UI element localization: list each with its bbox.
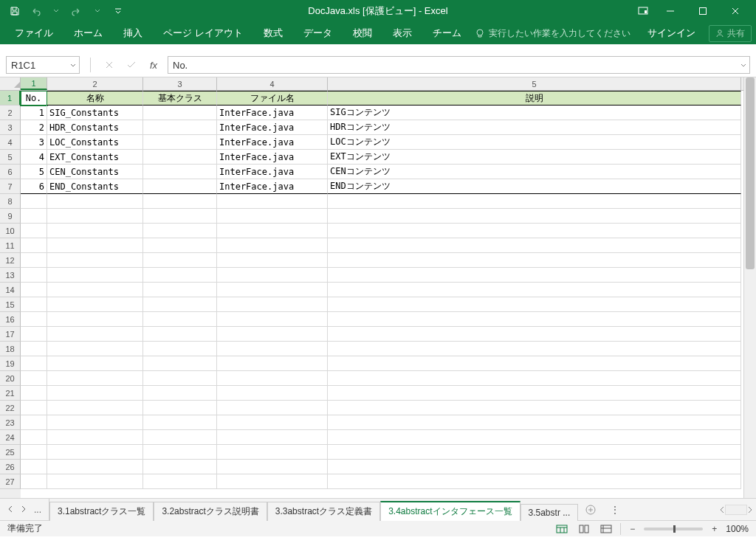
cell[interactable] [21,445,47,460]
cell[interactable] [47,371,143,386]
tell-me[interactable]: 実行したい作業を入力してください [475,27,630,40]
row-header-9[interactable]: 9 [0,209,21,224]
cell[interactable] [143,401,217,415]
cell[interactable]: CEN_Constants [47,165,143,179]
cell[interactable] [217,297,328,312]
cell[interactable] [143,268,217,283]
sheet-more-prev[interactable]: ... [31,505,44,515]
cell[interactable] [143,371,217,386]
cell[interactable] [47,238,143,253]
cell[interactable] [143,209,217,224]
cell[interactable] [328,474,741,489]
sheet-prev-button[interactable] [4,505,16,515]
cell[interactable] [47,327,143,342]
cell[interactable]: EXT_Constants [47,150,143,165]
enter-formula-button[interactable] [123,57,140,73]
cell[interactable]: 基本クラス [143,91,217,106]
cell[interactable]: EXTコンテンツ [328,150,741,165]
cell[interactable] [47,474,143,489]
cell[interactable] [328,342,741,356]
cell[interactable] [217,238,328,253]
cell[interactable] [47,386,143,401]
add-sheet-button[interactable] [578,505,603,515]
cell[interactable] [21,283,47,297]
cell[interactable] [143,445,217,460]
cell[interactable] [217,194,328,209]
scrollbar-thumb[interactable] [746,77,755,269]
cell[interactable] [21,209,47,224]
cell[interactable]: 名称 [47,91,143,106]
tab-view[interactable]: 表示 [382,23,422,44]
row-header-12[interactable]: 12 [0,253,21,268]
cell[interactable] [328,445,741,460]
cell[interactable] [143,415,217,430]
cell[interactable] [143,297,217,312]
minimize-button[interactable] [654,0,687,22]
cell[interactable] [143,106,217,120]
column-header-2[interactable]: 2 [47,77,143,90]
cell[interactable] [217,283,328,297]
tab-file[interactable]: ファイル [4,23,63,44]
cell[interactable] [143,283,217,297]
cell[interactable] [328,356,741,371]
cell[interactable]: InterFace.java [217,135,328,150]
cell[interactable] [328,297,741,312]
tab-insert[interactable]: 挿入 [113,23,153,44]
cell[interactable] [217,415,328,430]
row-header-6[interactable]: 6 [0,165,21,179]
tab-team[interactable]: チーム [422,23,472,44]
tab-review[interactable]: 校閲 [343,23,382,44]
cell[interactable] [328,283,741,297]
vertical-scrollbar[interactable] [743,77,756,498]
cell[interactable] [217,268,328,283]
page-break-view-button[interactable] [598,522,614,536]
cell[interactable] [21,460,47,474]
qat-customize[interactable] [108,1,128,21]
cell[interactable] [21,401,47,415]
cancel-formula-button[interactable] [101,57,117,73]
cell[interactable] [328,238,741,253]
cell[interactable] [47,460,143,474]
cell[interactable] [328,312,741,327]
cell[interactable] [21,253,47,268]
cell[interactable] [143,179,217,194]
cell[interactable] [21,312,47,327]
insert-function-button[interactable]: fx [145,57,162,73]
row-header-21[interactable]: 21 [0,386,21,401]
row-header-25[interactable]: 25 [0,445,21,460]
cell[interactable]: ファイル名 [217,91,328,106]
row-header-18[interactable]: 18 [0,342,21,356]
undo-dropdown[interactable] [46,1,66,21]
cell[interactable]: 4 [21,150,47,165]
column-header-4[interactable]: 4 [217,77,328,90]
column-header-3[interactable]: 3 [143,77,217,90]
expand-formula-icon[interactable] [740,60,746,71]
cell[interactable] [217,401,328,415]
cell[interactable] [217,342,328,356]
cell[interactable] [47,253,143,268]
row-header-8[interactable]: 8 [0,194,21,209]
normal-view-button[interactable] [554,522,570,536]
cell[interactable] [217,430,328,445]
ribbon-display-options[interactable] [632,1,654,21]
cell[interactable]: SIG_Constants [47,106,143,120]
cell[interactable] [47,224,143,238]
cell[interactable] [217,209,328,224]
sheet-tab[interactable]: 3.1abstractクラス一覧 [49,502,154,521]
row-header-27[interactable]: 27 [0,474,21,489]
cell[interactable] [217,445,328,460]
cell[interactable] [47,312,143,327]
cell[interactable] [143,430,217,445]
row-header-22[interactable]: 22 [0,401,21,415]
cell[interactable] [143,460,217,474]
row-header-1[interactable]: 1 [0,91,21,106]
sheet-tab[interactable]: 3.3abstractクラス定義書 [267,502,380,521]
cell[interactable] [143,386,217,401]
sheet-next-button[interactable] [18,505,30,515]
sheet-tab[interactable]: 3.5abstr ... [520,504,579,521]
cell[interactable]: 1 [21,106,47,120]
tab-home[interactable]: ホーム [63,23,113,44]
cell[interactable] [328,401,741,415]
column-header-1[interactable]: 1 [21,77,47,90]
undo-button[interactable] [25,1,46,21]
